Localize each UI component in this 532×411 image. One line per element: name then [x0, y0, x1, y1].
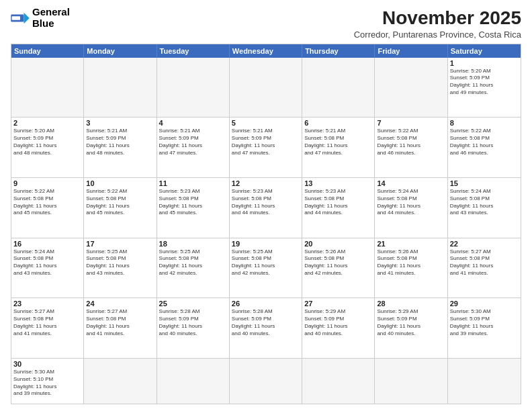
month-title: November 2025	[354, 7, 521, 30]
day-info: Sunrise: 5:23 AM Sunset: 5:08 PM Dayligh…	[304, 188, 372, 217]
day-info: Sunrise: 5:26 AM Sunset: 5:08 PM Dayligh…	[377, 248, 445, 277]
calendar-cell: 23Sunrise: 5:27 AM Sunset: 5:08 PM Dayli…	[11, 298, 84, 358]
calendar-cell: 28Sunrise: 5:29 AM Sunset: 5:09 PM Dayli…	[375, 298, 447, 358]
day-info: Sunrise: 5:25 AM Sunset: 5:08 PM Dayligh…	[159, 248, 227, 277]
logo-text: General Blue	[32, 7, 70, 29]
calendar-cell-empty	[375, 359, 447, 404]
day-number: 18	[159, 240, 227, 248]
day-info: Sunrise: 5:22 AM Sunset: 5:08 PM Dayligh…	[86, 188, 154, 217]
calendar-cell	[11, 58, 84, 118]
day-number: 19	[232, 240, 300, 248]
day-number: 12	[232, 179, 300, 187]
calendar-cell: 16Sunrise: 5:24 AM Sunset: 5:08 PM Dayli…	[11, 238, 84, 298]
calendar-cell: 5Sunrise: 5:21 AM Sunset: 5:09 PM Daylig…	[230, 118, 302, 177]
svg-rect-2	[12, 16, 20, 20]
day-info: Sunrise: 5:20 AM Sunset: 5:09 PM Dayligh…	[450, 68, 519, 97]
day-info: Sunrise: 5:30 AM Sunset: 5:09 PM Dayligh…	[450, 308, 519, 337]
day-number: 17	[86, 240, 154, 248]
calendar-cell	[230, 58, 302, 118]
calendar-cell: 22Sunrise: 5:27 AM Sunset: 5:08 PM Dayli…	[448, 238, 521, 298]
calendar-cell: 4Sunrise: 5:21 AM Sunset: 5:09 PM Daylig…	[157, 118, 230, 177]
day-info: Sunrise: 5:21 AM Sunset: 5:09 PM Dayligh…	[232, 128, 300, 156]
day-number: 21	[377, 240, 445, 248]
day-number: 22	[450, 240, 519, 248]
calendar-cell-empty	[230, 359, 302, 404]
day-number: 4	[159, 119, 227, 127]
day-number: 5	[232, 119, 300, 127]
calendar-cell	[302, 58, 375, 118]
header-monday: Monday	[84, 44, 157, 58]
logo-blue: Blue	[32, 17, 54, 29]
header-wednesday: Wednesday	[230, 44, 302, 58]
calendar-week-3: 9Sunrise: 5:22 AM Sunset: 5:08 PM Daylig…	[11, 177, 521, 238]
day-info: Sunrise: 5:29 AM Sunset: 5:09 PM Dayligh…	[377, 308, 445, 337]
calendar-cell: 10Sunrise: 5:22 AM Sunset: 5:08 PM Dayli…	[84, 178, 157, 238]
calendar-cell: 8Sunrise: 5:22 AM Sunset: 5:08 PM Daylig…	[448, 118, 521, 177]
calendar-cell: 25Sunrise: 5:28 AM Sunset: 5:09 PM Dayli…	[157, 298, 230, 358]
title-block: November 2025 Corredor, Puntarenas Provi…	[354, 7, 521, 40]
day-info: Sunrise: 5:21 AM Sunset: 5:09 PM Dayligh…	[86, 128, 154, 156]
day-number: 27	[304, 300, 372, 308]
calendar-cell: 7Sunrise: 5:22 AM Sunset: 5:08 PM Daylig…	[375, 118, 447, 177]
day-number: 9	[13, 179, 81, 187]
day-number: 11	[159, 179, 227, 187]
day-number: 30	[13, 360, 81, 368]
calendar-cell: 24Sunrise: 5:27 AM Sunset: 5:08 PM Dayli…	[84, 298, 157, 358]
calendar-cell: 19Sunrise: 5:25 AM Sunset: 5:08 PM Dayli…	[230, 238, 302, 298]
page: General Blue November 2025 Corredor, Pun…	[0, 0, 532, 411]
calendar-cell-empty	[157, 359, 230, 404]
header: General Blue November 2025 Corredor, Pun…	[11, 7, 521, 40]
day-info: Sunrise: 5:22 AM Sunset: 5:08 PM Dayligh…	[377, 128, 445, 156]
day-number: 8	[450, 119, 519, 127]
day-number: 28	[377, 300, 445, 308]
general-blue-logo-icon	[11, 11, 30, 26]
logo-general: General	[32, 6, 70, 17]
calendar-cell: 27Sunrise: 5:29 AM Sunset: 5:09 PM Dayli…	[302, 298, 375, 358]
day-number: 29	[450, 300, 519, 308]
location-subtitle: Corredor, Puntarenas Province, Costa Ric…	[354, 30, 521, 40]
calendar-cell: 3Sunrise: 5:21 AM Sunset: 5:09 PM Daylig…	[84, 118, 157, 177]
calendar-cell: 21Sunrise: 5:26 AM Sunset: 5:08 PM Dayli…	[375, 238, 447, 298]
day-number: 24	[86, 300, 154, 308]
calendar-cell: 15Sunrise: 5:24 AM Sunset: 5:08 PM Dayli…	[448, 178, 521, 238]
day-number: 20	[304, 240, 372, 248]
day-info: Sunrise: 5:20 AM Sunset: 5:09 PM Dayligh…	[13, 128, 81, 156]
day-number: 25	[159, 300, 227, 308]
calendar-cell: 11Sunrise: 5:23 AM Sunset: 5:08 PM Dayli…	[157, 178, 230, 238]
calendar-cell: 6Sunrise: 5:21 AM Sunset: 5:08 PM Daylig…	[302, 118, 375, 177]
calendar-cell: 29Sunrise: 5:30 AM Sunset: 5:09 PM Dayli…	[448, 298, 521, 358]
calendar-cell	[375, 58, 447, 118]
calendar-cell: 18Sunrise: 5:25 AM Sunset: 5:08 PM Dayli…	[157, 238, 230, 298]
calendar-cell	[157, 58, 230, 118]
calendar-cell-empty	[84, 359, 157, 404]
calendar-cell	[84, 58, 157, 118]
day-number: 23	[13, 300, 81, 308]
calendar-cell: 1Sunrise: 5:20 AM Sunset: 5:09 PM Daylig…	[448, 58, 521, 118]
day-number: 16	[13, 240, 81, 248]
day-info: Sunrise: 5:27 AM Sunset: 5:08 PM Dayligh…	[86, 308, 154, 337]
day-info: Sunrise: 5:22 AM Sunset: 5:08 PM Dayligh…	[450, 128, 519, 156]
day-info: Sunrise: 5:24 AM Sunset: 5:08 PM Dayligh…	[450, 188, 519, 217]
day-number: 13	[304, 179, 372, 187]
calendar-cell: 12Sunrise: 5:23 AM Sunset: 5:08 PM Dayli…	[230, 178, 302, 238]
calendar: Sunday Monday Tuesday Wednesday Thursday…	[11, 44, 521, 404]
day-number: 26	[232, 300, 300, 308]
calendar-cell: 26Sunrise: 5:28 AM Sunset: 5:09 PM Dayli…	[230, 298, 302, 358]
calendar-cell: 20Sunrise: 5:26 AM Sunset: 5:08 PM Dayli…	[302, 238, 375, 298]
day-info: Sunrise: 5:27 AM Sunset: 5:08 PM Dayligh…	[450, 248, 519, 277]
calendar-week-4: 16Sunrise: 5:24 AM Sunset: 5:08 PM Dayli…	[11, 238, 521, 298]
calendar-week-2: 2Sunrise: 5:20 AM Sunset: 5:09 PM Daylig…	[11, 117, 521, 177]
calendar-header: Sunday Monday Tuesday Wednesday Thursday…	[11, 44, 521, 58]
header-tuesday: Tuesday	[157, 44, 230, 58]
day-info: Sunrise: 5:28 AM Sunset: 5:09 PM Dayligh…	[159, 308, 227, 337]
logo: General Blue	[11, 7, 70, 29]
day-info: Sunrise: 5:30 AM Sunset: 5:10 PM Dayligh…	[13, 369, 81, 398]
calendar-body: 1Sunrise: 5:20 AM Sunset: 5:09 PM Daylig…	[11, 58, 521, 404]
day-info: Sunrise: 5:21 AM Sunset: 5:09 PM Dayligh…	[159, 128, 227, 156]
day-info: Sunrise: 5:28 AM Sunset: 5:09 PM Dayligh…	[232, 308, 300, 337]
calendar-cell-30: 30Sunrise: 5:30 AM Sunset: 5:10 PM Dayli…	[11, 359, 84, 404]
calendar-week-1: 1Sunrise: 5:20 AM Sunset: 5:09 PM Daylig…	[11, 58, 521, 118]
day-number: 10	[86, 179, 154, 187]
calendar-week-5: 23Sunrise: 5:27 AM Sunset: 5:08 PM Dayli…	[11, 298, 521, 358]
day-number: 7	[377, 119, 445, 127]
